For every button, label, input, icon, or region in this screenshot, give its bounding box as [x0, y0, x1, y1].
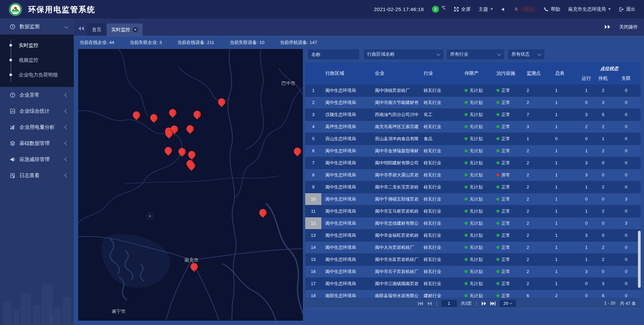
- sidebar-subitem-实时监控[interactable]: 实时监控: [0, 38, 74, 53]
- table-row[interactable]: 13阆中生态环境局阆中市金福旺页岩机砖砖瓦行业无计划正常21300: [305, 229, 641, 241]
- map-pin-icon[interactable]: [169, 109, 176, 116]
- user-org-dropdown[interactable]: 南充市生态环境局: [568, 6, 611, 12]
- sidebar-item-数据监测[interactable]: 数据监测: [0, 18, 74, 35]
- stat-item: 当前失联企业: 3: [130, 40, 162, 46]
- map-pin-icon[interactable]: [165, 130, 173, 137]
- cell-region: 阆中生态环境局: [321, 85, 371, 96]
- stat-item: 当前在线设备: 211: [177, 40, 214, 46]
- scrollbar-thumb[interactable]: [638, 231, 641, 288]
- first-page-button[interactable]: [418, 302, 423, 306]
- map-pin-icon[interactable]: [186, 125, 194, 132]
- cell-running: 1: [578, 145, 595, 157]
- notifications-indicator[interactable]: 2632: [514, 6, 536, 12]
- sidebar-item-应急减排管理[interactable]: 应急减排管理: [0, 151, 74, 167]
- sidebar-collapse-button[interactable]: ‹: [146, 212, 154, 220]
- cell-lost: 0: [611, 97, 641, 108]
- table-row[interactable]: 2阆中生态环境局阆中市南方节能建材有砖瓦行业无计划正常21030: [305, 97, 641, 109]
- table-row[interactable]: 3仪陇生态环境局西南油气田分公司川中化工无计划正常71350: [305, 109, 641, 121]
- table-row[interactable]: 12阆中生态环境局阆中市忠信建材有限公砖瓦行业无计划正常21003: [305, 217, 641, 229]
- cell-monitor-points: 2: [523, 266, 551, 277]
- map-pin-icon[interactable]: [194, 111, 201, 118]
- industry-filter-label: 所有行业: [450, 51, 468, 57]
- cell-total-meters: 0: [551, 133, 578, 145]
- map-pin-icon[interactable]: [259, 209, 267, 216]
- industry-filter-select[interactable]: 所有行业: [447, 49, 504, 59]
- name-filter-input[interactable]: [308, 49, 359, 59]
- table-row[interactable]: 7阆中生态环境局阆中明阳建材有限公司砖瓦行业无计划正常21300: [305, 157, 641, 169]
- table-row[interactable]: 5营山生态环境局营山县润丰肉食品有限食品无计划正常10010: [305, 133, 641, 145]
- audio-mute-button[interactable]: [501, 7, 506, 12]
- map-pin-icon[interactable]: [191, 263, 198, 270]
- cell-stop-status: 无计划: [461, 266, 492, 277]
- sidebar-subitem-企业电力负荷明细[interactable]: 企业电力负荷明细: [0, 67, 74, 82]
- cell-stopped: 2: [595, 145, 611, 157]
- sidebar-item-日志查看[interactable]: 日志查看: [0, 167, 74, 183]
- logout-button[interactable]: 退出: [619, 6, 635, 12]
- table-row[interactable]: 6阆中生态环境局阆中市金博瑞新型墙材砖瓦行业无计划正常21120: [305, 145, 641, 157]
- chevron-down-icon: [509, 302, 512, 304]
- table-row[interactable]: 16阆中生态环境局阆中市石子页岩机砖厂砖瓦行业无计划正常21300: [305, 266, 641, 278]
- map-pin-icon[interactable]: [294, 148, 301, 155]
- sidebar-item-企业用电量分析[interactable]: 企业用电量分析: [0, 119, 74, 135]
- table-row[interactable]: 14阆中生态环境局阆中大兴页岩机砖厂砖瓦行业无计划正常21120: [305, 241, 641, 254]
- status-dot-icon: [465, 101, 468, 104]
- sidebar-item-企业异常[interactable]: 企业异常: [0, 87, 74, 103]
- map-pin-icon[interactable]: [178, 148, 186, 155]
- sidebar-subitem-视频监控[interactable]: 视频监控: [0, 53, 74, 67]
- sidebar-item-企业综合统计[interactable]: 企业综合统计: [0, 103, 74, 119]
- cell-industry: 砖瓦行业: [420, 157, 461, 169]
- fullscreen-button[interactable]: 全屏: [454, 6, 471, 12]
- table-row[interactable]: 15阆中生态环境局阆中市光富页岩机砖厂砖瓦行业无计划正常21120: [305, 254, 641, 266]
- cell-facility-status: 正常: [492, 278, 523, 289]
- pin-body: [164, 128, 174, 139]
- map-pin-icon[interactable]: [150, 114, 158, 121]
- stop-status-text: 无计划: [470, 148, 483, 154]
- sidebar-item-label: 企业综合统计: [19, 108, 50, 114]
- stop-status-text: 无计划: [470, 257, 483, 263]
- prev-page-button[interactable]: [427, 302, 432, 306]
- cell-stopped: 3: [595, 97, 611, 108]
- cell-total-meters: 1: [551, 229, 578, 241]
- table-row[interactable]: 1阆中生态环境局阆中强锐页岩砖厂砖瓦行业无计划正常21120: [305, 85, 641, 97]
- cell-facility-status: 正常: [492, 241, 523, 253]
- region-filter-select[interactable]: 行政区域名称: [364, 49, 443, 59]
- app-root: 环保用电监管系统 2021-02-25 17:46:18 0 ℃ 全屏 主题: [0, 0, 644, 325]
- cell-lost: 0: [611, 109, 641, 120]
- tab-home[interactable]: 首页: [87, 23, 106, 36]
- map-pin-icon[interactable]: [188, 151, 196, 158]
- row-index: 3: [305, 109, 321, 120]
- table-row[interactable]: 9阆中生态环境局阆中市二龙长宝页岩砖砖瓦行业无计划正常21120: [305, 181, 641, 193]
- cell-monitor-points: 2: [523, 145, 551, 157]
- sidebar-menu: 数据监测实时监控视频监控企业电力负荷明细企业异常企业综合统计企业用电量分析基础数…: [0, 18, 74, 183]
- table-row[interactable]: 10阆中生态环境局阆中千佛镇五郎垭页岩砖瓦行业无计划正常21003: [305, 193, 641, 205]
- tabs-scroll-left-button[interactable]: [78, 26, 84, 32]
- tab-realtime-monitor[interactable]: 实时监控 ✕: [107, 23, 143, 36]
- map-panel[interactable]: 巴中市南充市遂宁市: [78, 49, 303, 321]
- help-button[interactable]: 帮助: [544, 6, 560, 12]
- last-page-button[interactable]: [490, 302, 496, 306]
- name-input[interactable]: [311, 52, 356, 57]
- close-operations-button[interactable]: 关闭操作: [619, 24, 638, 30]
- cell-total-meters: 1: [551, 157, 578, 169]
- cell-industry: 砖瓦行业: [420, 217, 461, 229]
- table-row[interactable]: 4高坪生态环境局南充市高坪区王家店建砖瓦行业无计划正常31220: [305, 121, 641, 133]
- page-number-input[interactable]: 1: [441, 300, 457, 307]
- map-pin-icon[interactable]: [218, 98, 225, 106]
- table-row[interactable]: 11阆中生态环境局阆中市五马桥页岩机砖砖瓦行业无计划正常21120: [305, 205, 641, 217]
- page-size-select[interactable]: 20: [500, 300, 516, 307]
- status-filter-select[interactable]: 所有状态: [508, 49, 544, 59]
- table-row[interactable]: 17阆中生态环境局阆中市江南镇阆南页岩砖瓦行业无计划正常21030: [305, 278, 641, 290]
- close-icon[interactable]: ✕: [133, 27, 138, 32]
- map-pin-icon[interactable]: [188, 162, 195, 169]
- tabs-scroll-right-button[interactable]: [604, 24, 610, 30]
- next-page-button[interactable]: [481, 302, 486, 306]
- map-pin-icon[interactable]: [133, 111, 140, 119]
- col-header-行政区域: 行政区域: [321, 62, 371, 85]
- cell-total-meters: 1: [551, 97, 578, 108]
- table-row[interactable]: 8阆中生态环境局阆中市枣碧大梁山页岩砖瓦行业无计划异常21300: [305, 169, 641, 181]
- cell-running: 1: [578, 254, 595, 265]
- sidebar-item-基础数据管理[interactable]: 基础数据管理: [0, 135, 74, 151]
- status-dot-icon: [496, 210, 499, 213]
- map-pin-icon[interactable]: [165, 147, 172, 154]
- theme-dropdown[interactable]: 主题: [479, 6, 493, 12]
